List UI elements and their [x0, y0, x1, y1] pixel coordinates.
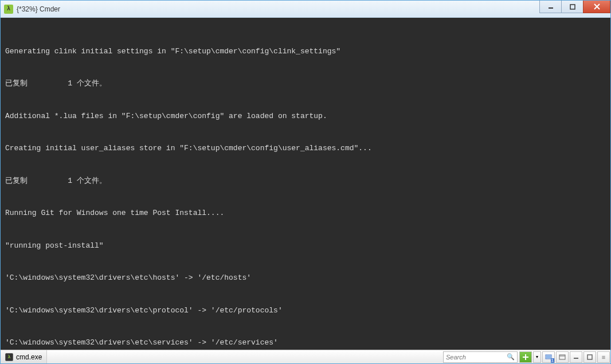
- close-button[interactable]: [583, 1, 610, 13]
- settings-button[interactable]: ≡: [597, 351, 610, 363]
- app-icon: λ: [4, 5, 13, 14]
- terminal-area[interactable]: Generating clink initial settings in "F:…: [1, 18, 610, 350]
- minimize-button[interactable]: [539, 1, 561, 13]
- minimize-tray-button[interactable]: [570, 351, 582, 363]
- maximize-button[interactable]: [561, 1, 583, 13]
- search-input[interactable]: [446, 354, 506, 361]
- plus-icon: [522, 354, 529, 361]
- window-controls: [539, 1, 610, 17]
- close-icon: [594, 3, 600, 10]
- new-console-dropdown[interactable]: ▾: [533, 351, 541, 363]
- maximize-console-button[interactable]: [583, 351, 596, 363]
- terminal-line: 'C:\windows\system32\drivers\etc\service…: [5, 338, 606, 349]
- minimize-bar-icon: [573, 354, 579, 361]
- terminal-line: 已复制 1 个文件。: [5, 176, 606, 187]
- terminal-line: Creating initial user_aliases store in "…: [5, 143, 606, 154]
- terminal-line: 已复制 1 个文件。: [5, 79, 606, 89]
- svg-rect-8: [559, 355, 565, 359]
- cmd-icon: λ: [5, 353, 13, 361]
- menu-icon: ≡: [602, 354, 605, 361]
- minimize-icon: [548, 4, 554, 10]
- show-tabs-button[interactable]: [556, 351, 569, 363]
- search-box[interactable]: 🔍: [443, 351, 518, 363]
- titlebar[interactable]: λ {*32%} Cmder: [1, 1, 610, 18]
- window-title: {*32%} Cmder: [17, 5, 539, 13]
- terminal-line: 'C:\windows\system32\drivers\etc\hosts' …: [5, 273, 606, 284]
- search-icon[interactable]: 🔍: [507, 353, 515, 361]
- console-tab[interactable]: λ cmd.exe: [1, 350, 47, 363]
- terminal-line: Generating clink initial settings in "F:…: [5, 46, 606, 57]
- tab-label: cmd.exe: [16, 353, 42, 361]
- window-icon: [559, 354, 566, 361]
- svg-rect-11: [588, 355, 592, 359]
- terminal-line: 'C:\windows\system32\drivers\etc\protoco…: [5, 306, 606, 316]
- statusbar: λ cmd.exe 🔍 ▾ 1 ≡: [1, 350, 610, 363]
- terminal-line: "running post-install": [5, 241, 606, 252]
- terminal-line: Additional *.lua files in "F:\setup\cmde…: [5, 111, 606, 122]
- svg-rect-1: [570, 5, 575, 9]
- maximize-icon: [570, 4, 575, 10]
- console-count: 1: [551, 358, 554, 363]
- maximize-square-icon: [586, 354, 593, 361]
- new-console-button[interactable]: [519, 351, 532, 363]
- terminal-line: Running Git for Windows one time Post In…: [5, 208, 606, 219]
- active-console-indicator[interactable]: 1: [542, 351, 555, 363]
- app-window: λ {*32%} Cmder Generating clink initial …: [0, 0, 611, 364]
